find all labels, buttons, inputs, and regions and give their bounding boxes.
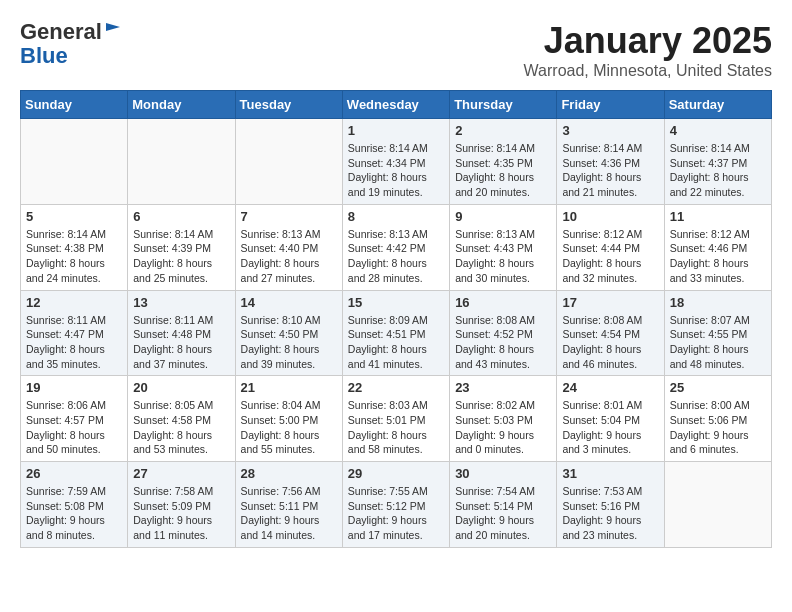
logo-blue-text: Blue (20, 43, 68, 68)
calendar-cell (664, 462, 771, 548)
day-info: Sunrise: 8:00 AM Sunset: 5:06 PM Dayligh… (670, 398, 766, 457)
calendar-cell: 25Sunrise: 8:00 AM Sunset: 5:06 PM Dayli… (664, 376, 771, 462)
calendar-cell: 30Sunrise: 7:54 AM Sunset: 5:14 PM Dayli… (450, 462, 557, 548)
calendar-cell: 27Sunrise: 7:58 AM Sunset: 5:09 PM Dayli… (128, 462, 235, 548)
calendar-cell: 15Sunrise: 8:09 AM Sunset: 4:51 PM Dayli… (342, 290, 449, 376)
calendar-week-row: 5Sunrise: 8:14 AM Sunset: 4:38 PM Daylig… (21, 204, 772, 290)
day-info: Sunrise: 7:59 AM Sunset: 5:08 PM Dayligh… (26, 484, 122, 543)
day-number: 28 (241, 466, 337, 481)
calendar-cell: 11Sunrise: 8:12 AM Sunset: 4:46 PM Dayli… (664, 204, 771, 290)
calendar-cell: 16Sunrise: 8:08 AM Sunset: 4:52 PM Dayli… (450, 290, 557, 376)
day-info: Sunrise: 7:55 AM Sunset: 5:12 PM Dayligh… (348, 484, 444, 543)
calendar-cell: 5Sunrise: 8:14 AM Sunset: 4:38 PM Daylig… (21, 204, 128, 290)
day-number: 26 (26, 466, 122, 481)
title-block: January 2025 Warroad, Minnesota, United … (524, 20, 772, 80)
day-info: Sunrise: 8:13 AM Sunset: 4:42 PM Dayligh… (348, 227, 444, 286)
day-number: 16 (455, 295, 551, 310)
calendar-cell (128, 119, 235, 205)
day-info: Sunrise: 8:12 AM Sunset: 4:46 PM Dayligh… (670, 227, 766, 286)
calendar-cell: 19Sunrise: 8:06 AM Sunset: 4:57 PM Dayli… (21, 376, 128, 462)
calendar-cell: 23Sunrise: 8:02 AM Sunset: 5:03 PM Dayli… (450, 376, 557, 462)
day-number: 2 (455, 123, 551, 138)
page-header: General Blue January 2025 Warroad, Minne… (20, 20, 772, 80)
calendar-cell: 28Sunrise: 7:56 AM Sunset: 5:11 PM Dayli… (235, 462, 342, 548)
logo-flag-icon (104, 21, 122, 39)
day-number: 31 (562, 466, 658, 481)
calendar-cell (21, 119, 128, 205)
day-info: Sunrise: 8:13 AM Sunset: 4:43 PM Dayligh… (455, 227, 551, 286)
day-info: Sunrise: 8:07 AM Sunset: 4:55 PM Dayligh… (670, 313, 766, 372)
day-number: 6 (133, 209, 229, 224)
calendar-cell: 8Sunrise: 8:13 AM Sunset: 4:42 PM Daylig… (342, 204, 449, 290)
day-number: 3 (562, 123, 658, 138)
day-info: Sunrise: 7:53 AM Sunset: 5:16 PM Dayligh… (562, 484, 658, 543)
svg-marker-0 (106, 23, 120, 31)
day-number: 4 (670, 123, 766, 138)
day-number: 9 (455, 209, 551, 224)
day-number: 22 (348, 380, 444, 395)
calendar-header-row: SundayMondayTuesdayWednesdayThursdayFrid… (21, 91, 772, 119)
day-number: 1 (348, 123, 444, 138)
day-number: 29 (348, 466, 444, 481)
calendar-cell: 13Sunrise: 8:11 AM Sunset: 4:48 PM Dayli… (128, 290, 235, 376)
column-header-thursday: Thursday (450, 91, 557, 119)
day-info: Sunrise: 7:58 AM Sunset: 5:09 PM Dayligh… (133, 484, 229, 543)
day-number: 19 (26, 380, 122, 395)
day-number: 24 (562, 380, 658, 395)
calendar-cell: 24Sunrise: 8:01 AM Sunset: 5:04 PM Dayli… (557, 376, 664, 462)
day-info: Sunrise: 7:54 AM Sunset: 5:14 PM Dayligh… (455, 484, 551, 543)
calendar-week-row: 19Sunrise: 8:06 AM Sunset: 4:57 PM Dayli… (21, 376, 772, 462)
day-number: 15 (348, 295, 444, 310)
calendar-week-row: 26Sunrise: 7:59 AM Sunset: 5:08 PM Dayli… (21, 462, 772, 548)
calendar-cell: 31Sunrise: 7:53 AM Sunset: 5:16 PM Dayli… (557, 462, 664, 548)
day-info: Sunrise: 8:02 AM Sunset: 5:03 PM Dayligh… (455, 398, 551, 457)
calendar-cell: 6Sunrise: 8:14 AM Sunset: 4:39 PM Daylig… (128, 204, 235, 290)
day-info: Sunrise: 8:14 AM Sunset: 4:39 PM Dayligh… (133, 227, 229, 286)
day-number: 30 (455, 466, 551, 481)
day-info: Sunrise: 8:14 AM Sunset: 4:38 PM Dayligh… (26, 227, 122, 286)
day-number: 10 (562, 209, 658, 224)
day-number: 23 (455, 380, 551, 395)
calendar-cell: 26Sunrise: 7:59 AM Sunset: 5:08 PM Dayli… (21, 462, 128, 548)
day-number: 27 (133, 466, 229, 481)
day-number: 13 (133, 295, 229, 310)
day-number: 18 (670, 295, 766, 310)
day-info: Sunrise: 8:14 AM Sunset: 4:37 PM Dayligh… (670, 141, 766, 200)
calendar-cell: 2Sunrise: 8:14 AM Sunset: 4:35 PM Daylig… (450, 119, 557, 205)
calendar-cell: 18Sunrise: 8:07 AM Sunset: 4:55 PM Dayli… (664, 290, 771, 376)
column-header-monday: Monday (128, 91, 235, 119)
calendar-cell: 12Sunrise: 8:11 AM Sunset: 4:47 PM Dayli… (21, 290, 128, 376)
day-number: 20 (133, 380, 229, 395)
calendar-week-row: 1Sunrise: 8:14 AM Sunset: 4:34 PM Daylig… (21, 119, 772, 205)
day-number: 17 (562, 295, 658, 310)
column-header-sunday: Sunday (21, 91, 128, 119)
day-info: Sunrise: 8:11 AM Sunset: 4:48 PM Dayligh… (133, 313, 229, 372)
calendar-cell: 14Sunrise: 8:10 AM Sunset: 4:50 PM Dayli… (235, 290, 342, 376)
day-number: 7 (241, 209, 337, 224)
day-info: Sunrise: 8:14 AM Sunset: 4:34 PM Dayligh… (348, 141, 444, 200)
calendar-cell: 17Sunrise: 8:08 AM Sunset: 4:54 PM Dayli… (557, 290, 664, 376)
day-info: Sunrise: 8:08 AM Sunset: 4:52 PM Dayligh… (455, 313, 551, 372)
calendar-cell: 21Sunrise: 8:04 AM Sunset: 5:00 PM Dayli… (235, 376, 342, 462)
location-text: Warroad, Minnesota, United States (524, 62, 772, 80)
day-number: 21 (241, 380, 337, 395)
day-info: Sunrise: 7:56 AM Sunset: 5:11 PM Dayligh… (241, 484, 337, 543)
calendar-cell (235, 119, 342, 205)
calendar-cell: 22Sunrise: 8:03 AM Sunset: 5:01 PM Dayli… (342, 376, 449, 462)
calendar-cell: 20Sunrise: 8:05 AM Sunset: 4:58 PM Dayli… (128, 376, 235, 462)
day-number: 11 (670, 209, 766, 224)
calendar-cell: 7Sunrise: 8:13 AM Sunset: 4:40 PM Daylig… (235, 204, 342, 290)
day-info: Sunrise: 8:05 AM Sunset: 4:58 PM Dayligh… (133, 398, 229, 457)
day-number: 5 (26, 209, 122, 224)
month-title: January 2025 (524, 20, 772, 62)
calendar-table: SundayMondayTuesdayWednesdayThursdayFrid… (20, 90, 772, 548)
calendar-cell: 4Sunrise: 8:14 AM Sunset: 4:37 PM Daylig… (664, 119, 771, 205)
column-header-tuesday: Tuesday (235, 91, 342, 119)
day-number: 14 (241, 295, 337, 310)
day-info: Sunrise: 8:10 AM Sunset: 4:50 PM Dayligh… (241, 313, 337, 372)
day-info: Sunrise: 8:09 AM Sunset: 4:51 PM Dayligh… (348, 313, 444, 372)
day-info: Sunrise: 8:14 AM Sunset: 4:35 PM Dayligh… (455, 141, 551, 200)
column-header-wednesday: Wednesday (342, 91, 449, 119)
day-number: 8 (348, 209, 444, 224)
logo-general-text: General (20, 19, 102, 44)
